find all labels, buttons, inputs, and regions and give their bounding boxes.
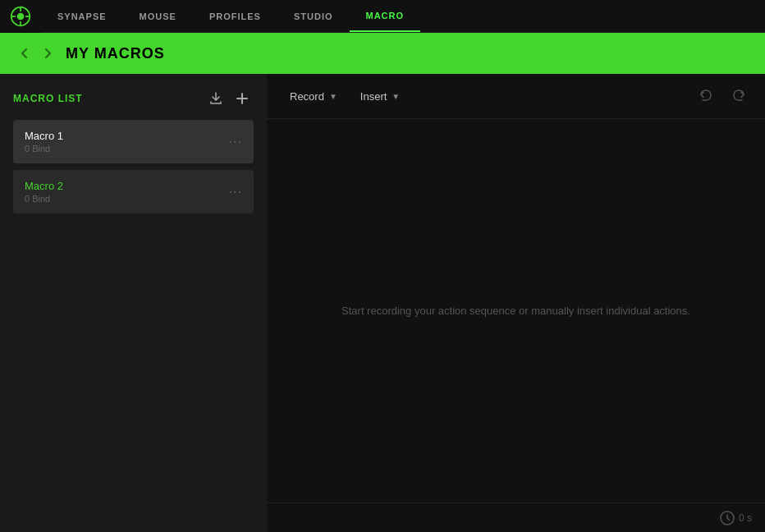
right-panel: Record ▼ Insert ▼ <box>267 74 765 532</box>
record-button[interactable]: Record ▼ <box>280 85 347 108</box>
undo-button[interactable] <box>693 83 719 109</box>
insert-button[interactable]: Insert ▼ <box>350 85 410 108</box>
chevron-right-icon <box>41 47 54 60</box>
right-toolbar: Record ▼ Insert ▼ <box>267 74 765 119</box>
redo-button[interactable] <box>726 83 752 109</box>
nav-items: SYNAPSE MOUSE PROFILES STUDIO MACRO <box>41 0 765 32</box>
forward-button[interactable] <box>36 42 59 65</box>
page-title: MY MACROS <box>66 45 165 62</box>
macro-item-1-info: Macro 1 0 Bind <box>25 130 229 154</box>
nav-item-profiles[interactable]: PROFILES <box>193 0 277 32</box>
macro-item-2[interactable]: Macro 2 0 Bind ··· <box>13 170 254 213</box>
empty-state-message: Start recording your action sequence or … <box>341 305 690 317</box>
back-button[interactable] <box>13 42 36 65</box>
macro-list-title: MACRO LIST <box>13 93 201 104</box>
clock-icon <box>719 510 735 526</box>
time-value: 0 s <box>739 512 752 524</box>
logo <box>0 0 41 33</box>
time-display: 0 s <box>719 510 752 526</box>
macro-item-1-bind: 0 Bind <box>25 144 229 154</box>
nav-item-mouse[interactable]: MOUSE <box>123 0 193 32</box>
top-nav: SYNAPSE MOUSE PROFILES STUDIO MACRO <box>0 0 765 33</box>
left-panel: MACRO LIST Macro 1 0 Bind ··· M <box>0 74 267 532</box>
plus-icon <box>236 92 249 105</box>
record-chevron-icon: ▼ <box>329 92 337 101</box>
macro-item-2-bind: 0 Bind <box>25 194 229 204</box>
main-content: MACRO LIST Macro 1 0 Bind ··· M <box>0 74 765 532</box>
macro-item-2-info: Macro 2 0 Bind <box>25 180 229 204</box>
macro-item-2-more-button[interactable]: ··· <box>229 185 242 200</box>
add-macro-button[interactable] <box>231 87 254 110</box>
insert-label: Insert <box>360 90 387 103</box>
header-bar: MY MACROS <box>0 33 765 74</box>
record-label: Record <box>290 90 324 103</box>
redo-icon <box>731 89 746 103</box>
nav-item-macro[interactable]: MACRO <box>350 0 421 32</box>
toolbar-right-buttons <box>693 83 752 109</box>
macro-item-2-name: Macro 2 <box>25 180 229 192</box>
macro-item-1-name: Macro 1 <box>25 130 229 142</box>
macro-item-1[interactable]: Macro 1 0 Bind ··· <box>13 120 254 163</box>
svg-point-1 <box>17 12 25 20</box>
download-button[interactable] <box>204 87 227 110</box>
razer-logo-icon <box>10 6 31 27</box>
undo-icon <box>699 89 713 103</box>
right-main-area: Start recording your action sequence or … <box>267 119 765 502</box>
macro-list-header: MACRO LIST <box>13 87 254 110</box>
nav-item-synapse[interactable]: SYNAPSE <box>41 0 123 32</box>
nav-item-studio[interactable]: STUDIO <box>277 0 350 32</box>
insert-chevron-icon: ▼ <box>392 92 400 101</box>
chevron-left-icon <box>18 47 31 60</box>
macro-item-1-more-button[interactable]: ··· <box>229 135 242 149</box>
download-icon <box>209 92 222 105</box>
right-footer: 0 s <box>267 502 765 532</box>
